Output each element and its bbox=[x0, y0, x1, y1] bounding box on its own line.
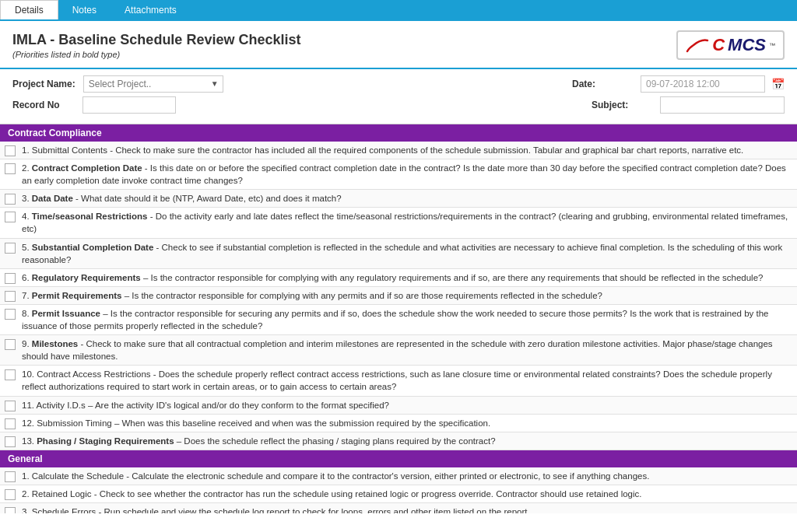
checkbox-s0-i0[interactable] bbox=[5, 145, 16, 156]
checklist-item: 3. Schedule Errors - Run schedule and vi… bbox=[0, 503, 797, 513]
checkbox-s0-i6[interactable] bbox=[5, 291, 16, 302]
checkbox-s0-i11[interactable] bbox=[5, 418, 16, 429]
date-input[interactable] bbox=[641, 75, 765, 93]
checkbox-s0-i9[interactable] bbox=[5, 369, 16, 380]
checkbox-s0-i2[interactable] bbox=[5, 194, 16, 205]
checklist-item: 12. Submission Timing – When was this ba… bbox=[0, 415, 797, 432]
checkbox-s0-i7[interactable] bbox=[5, 309, 16, 320]
checklist-item: 4. Time/seasonal Restrictions - Do the a… bbox=[0, 208, 797, 238]
checklist-text: 1. Submittal Contents - Check to make su… bbox=[22, 144, 792, 156]
header-section: IMLA - Baseline Schedule Review Checklis… bbox=[0, 21, 797, 69]
checklist-item: 10. Contract Access Restrictions - Does … bbox=[0, 366, 797, 396]
checklist-text: 10. Contract Access Restrictions - Does … bbox=[22, 368, 792, 393]
checklist-text: 8. Permit Issuance – Is the contractor r… bbox=[22, 307, 792, 332]
checklist-text: 2. Retained Logic - Check to see whether… bbox=[22, 488, 792, 500]
checklist-item: 6. Regulatory Requirements – Is the cont… bbox=[0, 269, 797, 287]
form-row-project: Project Name: ▼ Date: 📅 bbox=[12, 75, 785, 93]
checklist-text: 13. Phasing / Staging Requirements – Doe… bbox=[22, 435, 792, 447]
checkbox-s0-i8[interactable] bbox=[5, 339, 16, 350]
checklist-item: 1. Calculate the Schedule - Calculate th… bbox=[0, 467, 797, 485]
checklist-item: 13. Phasing / Staging Requirements – Doe… bbox=[0, 432, 797, 450]
checkbox-s1-i1[interactable] bbox=[5, 489, 16, 500]
checklist-text: 3. Data Date - What date should it be (N… bbox=[22, 192, 792, 205]
checkbox-s0-i10[interactable] bbox=[5, 401, 16, 411]
checkbox-s0-i4[interactable] bbox=[5, 243, 16, 254]
checkbox-s0-i3[interactable] bbox=[5, 212, 16, 222]
checklist-text: 3. Schedule Errors - Run schedule and vi… bbox=[22, 506, 792, 513]
checklist-item: 11. Activity I.D.s – Are the activity ID… bbox=[0, 397, 797, 415]
logo-swoosh-icon bbox=[686, 37, 709, 53]
checklist-text: 6. Regulatory Requirements – Is the cont… bbox=[22, 271, 792, 284]
checklist-text: 11. Activity I.D.s – Are the activity ID… bbox=[22, 399, 792, 411]
form-section: Project Name: ▼ Date: 📅 Record No Subjec… bbox=[0, 69, 797, 124]
checklist-item: 1. Submittal Contents - Check to make su… bbox=[0, 142, 797, 159]
checklist-text: 1. Calculate the Schedule - Calculate th… bbox=[22, 470, 792, 482]
form-row-record: Record No Subject: bbox=[12, 96, 785, 114]
logo-area: C MCS ™ bbox=[676, 30, 785, 60]
checkbox-s1-i2[interactable] bbox=[5, 507, 16, 513]
tab-attachments[interactable]: Attachments bbox=[111, 0, 191, 19]
checklist-item: 2. Retained Logic - Check to see whether… bbox=[0, 485, 797, 503]
checklist-text: 2. Contract Completion Date - Is this da… bbox=[22, 162, 792, 187]
record-input[interactable] bbox=[83, 96, 176, 114]
date-label: Date: bbox=[572, 79, 634, 89]
checklist-text: 4. Time/seasonal Restrictions - Do the a… bbox=[22, 210, 792, 235]
checklist-item: 8. Permit Issuance – Is the contractor r… bbox=[0, 305, 797, 335]
subject-input[interactable] bbox=[660, 96, 785, 114]
record-label: Record No bbox=[12, 100, 75, 110]
tab-bar: Details Notes Attachments bbox=[0, 0, 797, 21]
checklist-item: 2. Contract Completion Date - Is this da… bbox=[0, 159, 797, 190]
logo-trademark: ™ bbox=[769, 42, 775, 49]
form-date-group: Date: 📅 bbox=[572, 75, 785, 93]
header-text: IMLA - Baseline Schedule Review Checklis… bbox=[12, 32, 300, 59]
checklist-item: 7. Permit Requirements – Is the contract… bbox=[0, 287, 797, 305]
logo-mcs-letters: MCS bbox=[728, 35, 766, 55]
cmcs-logo: C MCS ™ bbox=[676, 30, 785, 60]
page-title: IMLA - Baseline Schedule Review Checklis… bbox=[12, 32, 300, 48]
calendar-icon[interactable]: 📅 bbox=[771, 78, 785, 90]
subject-label: Subject: bbox=[592, 100, 654, 110]
checkbox-s0-i12[interactable] bbox=[5, 436, 16, 447]
checklist-item: 5. Substantial Completion Date - Check t… bbox=[0, 239, 797, 269]
form-subject-group: Subject: bbox=[592, 96, 785, 114]
page-subtitle: (Priorities listed in bold type) bbox=[12, 50, 300, 59]
checkbox-s0-i5[interactable] bbox=[5, 273, 16, 284]
checklist-text: 7. Permit Requirements – Is the contract… bbox=[22, 289, 792, 302]
project-input[interactable] bbox=[83, 75, 223, 93]
project-label: Project Name: bbox=[12, 79, 75, 89]
section-header-1: General bbox=[0, 450, 797, 467]
section-header-0: Contract Compliance bbox=[0, 124, 797, 142]
checklist-item: 9. Milestones - Check to make sure that … bbox=[0, 335, 797, 366]
checklist-area: Contract Compliance1. Submittal Contents… bbox=[0, 124, 797, 513]
tab-notes[interactable]: Notes bbox=[58, 0, 111, 19]
logo-c-letter: C bbox=[712, 35, 725, 55]
checklist-text: 9. Milestones - Check to make sure that … bbox=[22, 338, 792, 362]
checklist-item: 3. Data Date - What date should it be (N… bbox=[0, 190, 797, 208]
tab-details[interactable]: Details bbox=[0, 0, 58, 19]
checkbox-s1-i0[interactable] bbox=[5, 471, 16, 482]
checklist-text: 5. Substantial Completion Date - Check t… bbox=[22, 241, 792, 266]
checklist-text: 12. Submission Timing – When was this ba… bbox=[22, 417, 792, 429]
checkbox-s0-i1[interactable] bbox=[5, 163, 16, 174]
dropdown-arrow-icon: ▼ bbox=[211, 79, 219, 88]
